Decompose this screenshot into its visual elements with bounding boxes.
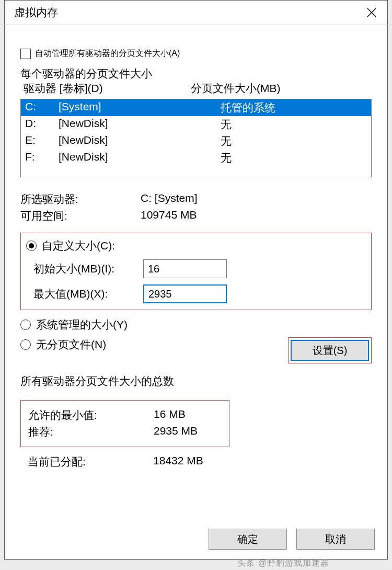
free-space-row: 可用空间: 109745 MB (20, 209, 372, 223)
drive-row[interactable]: E:[NewDisk]无 (21, 133, 371, 150)
drive-list[interactable]: C:[System]托管的系统D:[NewDisk]无E:[NewDisk]无F… (20, 99, 372, 177)
drive-letter: D: (25, 117, 59, 132)
selected-drive-value: C: [System] (141, 192, 198, 207)
system-managed-radio[interactable] (20, 320, 31, 330)
totals-section-title: 所有驱动器分页文件大小的总数 (20, 374, 177, 389)
free-space-label: 可用空间: (20, 209, 141, 223)
auto-manage-label: 自动管理所有驱动器的分页文件大小(A) (35, 48, 180, 59)
window-title: 虚拟内存 (14, 5, 58, 20)
current-allocated-label: 当前已分配: (28, 454, 153, 469)
drive-row[interactable]: F:[NewDisk]无 (21, 150, 371, 166)
drive-row[interactable]: C:[System]托管的系统 (21, 99, 371, 116)
drive-label: [NewDisk] (59, 117, 221, 132)
recommended-label: 推荐: (28, 425, 154, 439)
cancel-button[interactable]: 取消 (296, 529, 375, 550)
header-size-col: 分页文件大小(MB) (191, 81, 281, 96)
titlebar: 虚拟内存 (5, 1, 387, 25)
max-size-input[interactable] (143, 284, 227, 303)
max-size-row: 最大值(MB)(X): (33, 284, 366, 303)
content-area: 自动管理所有驱动器的分页文件大小(A) 每个驱动器的分页文件大小 驱动器 [卷标… (5, 32, 387, 476)
system-managed-radio-row[interactable]: 系统管理的大小(Y) (20, 317, 372, 332)
custom-size-radio-label: 自定义大小(C): (42, 238, 115, 253)
drive-label: [System] (59, 100, 221, 115)
no-paging-label: 无分页文件(N) (36, 337, 106, 352)
custom-size-highlight: 自定义大小(C): 初始大小(MB)(I): 最大值(MB)(X): (20, 233, 372, 310)
custom-size-radio-row[interactable]: 自定义大小(C): (26, 238, 366, 253)
current-allocated-row: 当前已分配: 18432 MB (20, 449, 372, 469)
drive-letter: C: (25, 100, 59, 115)
drive-paging-size: 无 (221, 117, 232, 132)
drive-paging-size: 无 (221, 134, 232, 149)
recommended-value: 2935 MB (154, 425, 198, 439)
header-drive-col: 驱动器 [卷标](D) (24, 81, 191, 96)
auto-manage-row[interactable]: 自动管理所有驱动器的分页文件大小(A) (20, 48, 372, 59)
virtual-memory-dialog: 虚拟内存 自动管理所有驱动器的分页文件大小(A) 每个驱动器的分页文件大小 驱动… (4, 0, 388, 560)
min-allowed-value: 16 MB (154, 408, 186, 423)
min-allowed-row: 允许的最小值: 16 MB (28, 408, 222, 423)
close-icon[interactable] (356, 1, 387, 25)
totals-highlight: 允许的最小值: 16 MB 推荐: 2935 MB (20, 400, 229, 447)
footer-buttons: 确定 取消 (209, 529, 375, 550)
initial-size-input[interactable] (143, 259, 227, 278)
initial-size-row: 初始大小(MB)(I): (33, 259, 366, 278)
recommended-row: 推荐: 2935 MB (28, 425, 222, 439)
drive-row[interactable]: D:[NewDisk]无 (21, 116, 371, 133)
free-space-value: 109745 MB (141, 209, 197, 223)
drive-label: [NewDisk] (59, 134, 221, 149)
drive-letter: E: (25, 134, 59, 149)
drives-section-title: 每个驱动器的分页文件大小 (20, 66, 155, 81)
max-size-label: 最大值(MB)(X): (33, 287, 143, 301)
drive-list-header: 驱动器 [卷标](D) 分页文件大小(MB) (20, 81, 372, 96)
min-allowed-label: 允许的最小值: (28, 408, 154, 423)
drive-paging-size: 托管的系统 (221, 100, 275, 115)
ok-button[interactable]: 确定 (209, 529, 287, 550)
system-managed-label: 系统管理的大小(Y) (36, 317, 128, 332)
selected-drive-label: 所选驱动器: (20, 192, 141, 207)
drive-paging-size: 无 (221, 151, 232, 165)
no-paging-radio[interactable] (20, 339, 31, 350)
initial-size-label: 初始大小(MB)(I): (33, 261, 143, 276)
custom-size-radio[interactable] (26, 241, 37, 251)
drive-label: [NewDisk] (59, 151, 221, 165)
drive-letter: F: (25, 151, 59, 165)
current-allocated-value: 18432 MB (153, 454, 203, 469)
set-button[interactable]: 设置(S) (291, 340, 369, 361)
auto-manage-checkbox[interactable] (20, 49, 31, 59)
watermark-text: 头条 @野豹游戏加速器 (237, 558, 329, 569)
selected-drive-row: 所选驱动器: C: [System] (20, 192, 372, 207)
